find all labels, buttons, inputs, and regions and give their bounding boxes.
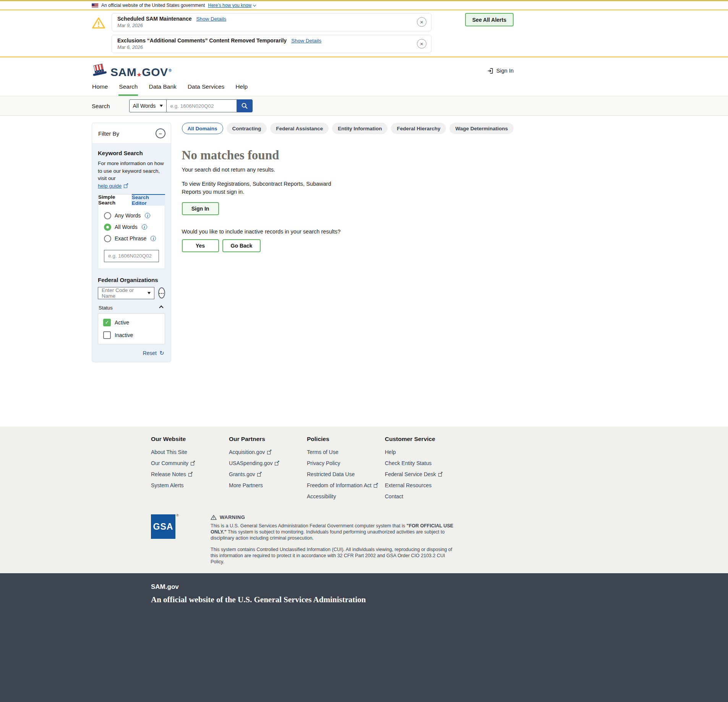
info-icon[interactable]: i — [145, 213, 150, 218]
footer-link-our-community[interactable]: Our Community — [151, 460, 229, 466]
footer-column-customer-service: Customer Service Help Check Entity Statu… — [385, 436, 463, 504]
no-matches-heading: No matches found — [182, 148, 514, 162]
checkbox-inactive[interactable]: Inactive — [103, 331, 160, 339]
footer-column-our-website: Our Website About This Site Our Communit… — [151, 436, 229, 504]
see-all-alerts-button[interactable]: See All Alerts — [465, 13, 514, 26]
info-icon[interactable]: i — [151, 236, 156, 241]
top-hat-icon — [92, 63, 108, 78]
search-button[interactable] — [237, 99, 253, 112]
sign-in-label: Sign In — [496, 68, 514, 74]
footer-link-more-partners[interactable]: More Partners — [229, 482, 307, 488]
footer-link-external-resources[interactable]: External Resources — [385, 482, 463, 488]
external-link-icon — [257, 472, 261, 477]
sign-in-button[interactable]: Sign In — [182, 202, 219, 215]
footer-column-title: Our Partners — [229, 436, 307, 443]
radio-any-words[interactable]: Any Words i — [104, 212, 159, 219]
domain-pill-all-domains[interactable]: All Domains — [182, 123, 223, 134]
federal-organizations-select[interactable]: Enter Code or Name — [98, 287, 154, 299]
domain-pill-federal-assistance[interactable]: Federal Assistance — [270, 123, 329, 134]
search-mode-select[interactable]: All Words — [129, 99, 167, 112]
nav-item-data-services[interactable]: Data Services — [187, 81, 225, 96]
dark-footer: SAM.gov An official website of the U.S. … — [0, 573, 728, 702]
alert-date: Mar 6, 2026 — [117, 45, 417, 50]
footer-link-acquisition-gov[interactable]: Acquisition.gov — [229, 449, 307, 455]
footer-link-federal-service-desk[interactable]: Federal Service Desk — [385, 471, 463, 477]
domain-pill-wage-determinations[interactable]: Wage Determinations — [449, 123, 514, 134]
reset-filters-link[interactable]: Reset ↻ — [98, 344, 165, 362]
radio-exact-phrase[interactable]: Exact Phrase i — [104, 235, 159, 242]
status-section-toggle[interactable]: Status — [98, 305, 165, 313]
gov-banner-link[interactable]: Here’s how you know — [208, 3, 256, 8]
go-back-button[interactable]: Go Back — [222, 239, 261, 252]
keyword-tabs: Simple Search Search Editor — [98, 194, 165, 206]
tab-search-editor[interactable]: Search Editor — [132, 194, 165, 206]
reset-icon: ↻ — [159, 350, 164, 357]
footer-link-freedom-of-information-act[interactable]: Freedom of Information Act — [307, 482, 385, 488]
domain-pill-federal-hierarchy[interactable]: Federal Hierarchy — [391, 123, 446, 134]
radio-icon-selected — [104, 224, 111, 231]
footer-link-help[interactable]: Help — [385, 449, 463, 455]
footer-link-grants-gov[interactable]: Grants.gov — [229, 471, 307, 477]
footer-link-about-this-site[interactable]: About This Site — [151, 449, 229, 455]
alert-close-button[interactable]: × — [417, 17, 426, 27]
info-icon[interactable]: i — [142, 224, 147, 230]
ellipsis-icon: ⋯ — [159, 290, 164, 296]
domain-pill-contracting[interactable]: Contracting — [227, 123, 267, 134]
footer-link-terms-of-use[interactable]: Terms of Use — [307, 449, 385, 455]
gsa-logo: GSA ® — [151, 514, 178, 565]
checkbox-label: Inactive — [115, 332, 133, 338]
no-results-text: Your search did not return any results. — [182, 167, 514, 173]
federal-organizations-heading: Federal Organizations — [98, 277, 165, 283]
yes-button[interactable]: Yes — [182, 239, 219, 252]
footer-column-title: Customer Service — [385, 436, 463, 443]
footer-link-restricted-data-use[interactable]: Restricted Data Use — [307, 471, 385, 477]
filter-panel: Filter By − Keyword Search For more info… — [92, 123, 171, 362]
filter-collapse-button[interactable]: − — [156, 128, 165, 138]
sam-gov-logo[interactable]: SAM ★ GOV ® — [92, 63, 172, 78]
chevron-up-icon — [159, 306, 163, 310]
domain-pill-entity-information[interactable]: Entity Information — [332, 123, 388, 134]
warning-paragraph-1: This is a U.S. General Services Administ… — [211, 523, 459, 541]
checkbox-checked-icon: ✓ — [103, 319, 111, 326]
alert-close-button[interactable]: × — [417, 39, 426, 49]
nav-item-help[interactable]: Help — [235, 81, 248, 96]
nav-item-home[interactable]: Home — [92, 81, 108, 96]
search-input[interactable] — [167, 99, 237, 112]
sign-in-link[interactable]: Sign In — [487, 68, 514, 74]
tab-simple-search[interactable]: Simple Search — [98, 194, 132, 206]
footer-link-privacy-policy[interactable]: Privacy Policy — [307, 460, 385, 466]
status-box: ✓ Active Inactive — [98, 313, 165, 344]
keyword-input[interactable] — [104, 250, 159, 262]
footer-link-contact[interactable]: Contact — [385, 493, 463, 499]
footer-link-system-alerts[interactable]: System Alerts — [151, 482, 229, 488]
warning-paragraph-2: This system contains Controlled Unclassi… — [211, 546, 459, 565]
alert-show-details-link[interactable]: Show Details — [196, 16, 226, 22]
footer-link-usaspending-gov[interactable]: USASpending.gov — [229, 460, 307, 466]
domain-pills: All Domains Contracting Federal Assistan… — [182, 123, 514, 134]
footer-link-check-entity-status[interactable]: Check Entity Status — [385, 460, 463, 466]
federal-organizations-more-button[interactable]: ⋯ — [158, 287, 165, 298]
alert-show-details-link[interactable]: Show Details — [291, 38, 321, 44]
keyword-search-heading: Keyword Search — [98, 150, 165, 156]
sign-in-icon — [487, 68, 494, 74]
radio-label: Any Words — [115, 212, 141, 219]
help-guide-link[interactable]: help guide — [98, 183, 128, 189]
external-link-icon — [267, 450, 271, 454]
external-link-icon — [374, 483, 378, 488]
logo-gov-text: GOV — [142, 66, 168, 78]
footer-column-title: Policies — [307, 436, 385, 443]
footer-site-name: SAM.gov — [151, 583, 728, 591]
close-icon: × — [420, 41, 423, 47]
footer-tagline: An official website of the U.S. General … — [151, 595, 728, 605]
checkbox-active[interactable]: ✓ Active — [103, 319, 160, 326]
nav-item-data-bank[interactable]: Data Bank — [148, 81, 177, 96]
minus-icon: − — [159, 130, 162, 137]
nav-item-search[interactable]: Search — [118, 81, 138, 96]
footer-link-release-notes[interactable]: Release Notes — [151, 471, 229, 477]
warning-heading: WARNING — [220, 514, 245, 520]
footer-link-accessibility[interactable]: Accessibility — [307, 493, 385, 499]
keyword-search-description: For more information on how to use our k… — [98, 160, 165, 182]
radio-all-words[interactable]: All Words i — [104, 224, 159, 231]
logo-sam-text: SAM — [110, 66, 136, 78]
registered-mark-icon: ® — [176, 514, 179, 517]
